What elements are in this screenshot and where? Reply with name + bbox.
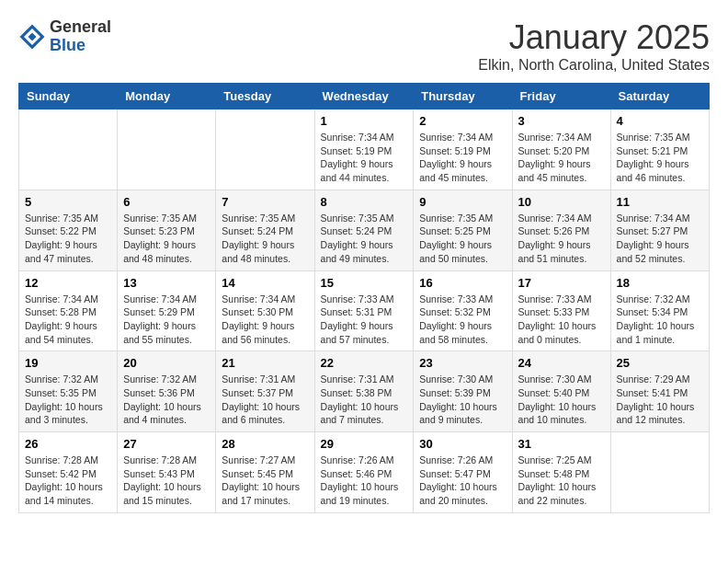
day-number: 14	[222, 276, 308, 290]
calendar-cell: 6Sunrise: 7:35 AM Sunset: 5:23 PM Daylig…	[118, 190, 216, 270]
day-header-saturday: Saturday	[610, 84, 709, 109]
calendar-body: 1Sunrise: 7:34 AM Sunset: 5:19 PM Daylig…	[19, 109, 710, 513]
day-number: 2	[419, 114, 506, 128]
day-info: Sunrise: 7:34 AM Sunset: 5:19 PM Dayligh…	[419, 131, 506, 185]
day-number: 21	[222, 356, 308, 370]
day-number: 13	[123, 276, 210, 290]
day-info: Sunrise: 7:26 AM Sunset: 5:46 PM Dayligh…	[321, 454, 408, 508]
calendar-cell	[19, 109, 118, 190]
calendar-cell: 8Sunrise: 7:35 AM Sunset: 5:24 PM Daylig…	[314, 190, 414, 270]
day-info: Sunrise: 7:28 AM Sunset: 5:42 PM Dayligh…	[25, 454, 111, 508]
day-info: Sunrise: 7:35 AM Sunset: 5:22 PM Dayligh…	[25, 212, 111, 266]
calendar-cell: 9Sunrise: 7:35 AM Sunset: 5:25 PM Daylig…	[414, 190, 512, 270]
page-header: General Blue January 2025 Elkin, North C…	[18, 18, 710, 74]
calendar-cell: 7Sunrise: 7:35 AM Sunset: 5:24 PM Daylig…	[216, 190, 314, 270]
calendar-cell: 23Sunrise: 7:30 AM Sunset: 5:39 PM Dayli…	[414, 351, 512, 432]
calendar-cell: 27Sunrise: 7:28 AM Sunset: 5:43 PM Dayli…	[118, 432, 216, 513]
day-info: Sunrise: 7:31 AM Sunset: 5:37 PM Dayligh…	[222, 373, 308, 427]
calendar-cell: 10Sunrise: 7:34 AM Sunset: 5:26 PM Dayli…	[512, 190, 610, 270]
calendar-cell: 26Sunrise: 7:28 AM Sunset: 5:42 PM Dayli…	[19, 432, 118, 513]
day-number: 4	[617, 114, 703, 128]
calendar-cell: 14Sunrise: 7:34 AM Sunset: 5:30 PM Dayli…	[216, 270, 314, 351]
calendar-cell: 20Sunrise: 7:32 AM Sunset: 5:36 PM Dayli…	[118, 351, 216, 432]
day-info: Sunrise: 7:32 AM Sunset: 5:36 PM Dayligh…	[123, 373, 210, 427]
day-info: Sunrise: 7:30 AM Sunset: 5:39 PM Dayligh…	[419, 373, 506, 427]
day-info: Sunrise: 7:34 AM Sunset: 5:19 PM Dayligh…	[321, 131, 408, 185]
day-number: 10	[518, 195, 605, 209]
calendar-cell: 29Sunrise: 7:26 AM Sunset: 5:46 PM Dayli…	[314, 432, 414, 513]
day-info: Sunrise: 7:25 AM Sunset: 5:48 PM Dayligh…	[518, 454, 605, 508]
day-info: Sunrise: 7:35 AM Sunset: 5:21 PM Dayligh…	[617, 131, 703, 185]
day-number: 26	[25, 437, 111, 451]
calendar-cell: 21Sunrise: 7:31 AM Sunset: 5:37 PM Dayli…	[216, 351, 314, 432]
logo-text: General Blue	[50, 18, 111, 55]
calendar-cell: 24Sunrise: 7:30 AM Sunset: 5:40 PM Dayli…	[512, 351, 610, 432]
calendar-cell: 17Sunrise: 7:33 AM Sunset: 5:33 PM Dayli…	[512, 270, 610, 351]
day-number: 9	[419, 195, 506, 209]
calendar-cell: 22Sunrise: 7:31 AM Sunset: 5:38 PM Dayli…	[314, 351, 414, 432]
location-title: Elkin, North Carolina, United States	[478, 57, 710, 74]
day-number: 27	[123, 437, 210, 451]
day-number: 11	[617, 195, 703, 209]
day-header-wednesday: Wednesday	[314, 84, 414, 109]
calendar-cell: 4Sunrise: 7:35 AM Sunset: 5:21 PM Daylig…	[610, 109, 709, 190]
day-number: 25	[617, 356, 703, 370]
calendar-cell: 28Sunrise: 7:27 AM Sunset: 5:45 PM Dayli…	[216, 432, 314, 513]
day-info: Sunrise: 7:30 AM Sunset: 5:40 PM Dayligh…	[518, 373, 605, 427]
day-info: Sunrise: 7:34 AM Sunset: 5:20 PM Dayligh…	[518, 131, 605, 185]
day-info: Sunrise: 7:34 AM Sunset: 5:26 PM Dayligh…	[518, 212, 605, 266]
day-info: Sunrise: 7:29 AM Sunset: 5:41 PM Dayligh…	[617, 373, 703, 427]
calendar-cell: 31Sunrise: 7:25 AM Sunset: 5:48 PM Dayli…	[512, 432, 610, 513]
day-number: 15	[321, 276, 408, 290]
day-info: Sunrise: 7:34 AM Sunset: 5:27 PM Dayligh…	[617, 212, 703, 266]
calendar-cell: 30Sunrise: 7:26 AM Sunset: 5:47 PM Dayli…	[414, 432, 512, 513]
day-header-friday: Friday	[512, 84, 610, 109]
day-info: Sunrise: 7:28 AM Sunset: 5:43 PM Dayligh…	[123, 454, 210, 508]
week-row-1: 1Sunrise: 7:34 AM Sunset: 5:19 PM Daylig…	[19, 109, 710, 190]
week-row-4: 19Sunrise: 7:32 AM Sunset: 5:35 PM Dayli…	[19, 351, 710, 432]
calendar-cell: 19Sunrise: 7:32 AM Sunset: 5:35 PM Dayli…	[19, 351, 118, 432]
month-title: January 2025	[478, 18, 710, 57]
day-info: Sunrise: 7:33 AM Sunset: 5:31 PM Dayligh…	[321, 293, 408, 347]
day-header-tuesday: Tuesday	[216, 84, 314, 109]
calendar-cell	[118, 109, 216, 190]
day-info: Sunrise: 7:32 AM Sunset: 5:34 PM Dayligh…	[617, 293, 703, 347]
calendar-cell: 12Sunrise: 7:34 AM Sunset: 5:28 PM Dayli…	[19, 270, 118, 351]
day-number: 5	[25, 195, 111, 209]
calendar-cell: 15Sunrise: 7:33 AM Sunset: 5:31 PM Dayli…	[314, 270, 414, 351]
calendar-cell: 1Sunrise: 7:34 AM Sunset: 5:19 PM Daylig…	[314, 109, 414, 190]
day-info: Sunrise: 7:35 AM Sunset: 5:24 PM Dayligh…	[321, 212, 408, 266]
day-number: 1	[321, 114, 408, 128]
day-info: Sunrise: 7:31 AM Sunset: 5:38 PM Dayligh…	[321, 373, 408, 427]
day-header-thursday: Thursday	[414, 84, 512, 109]
week-row-2: 5Sunrise: 7:35 AM Sunset: 5:22 PM Daylig…	[19, 190, 710, 270]
day-info: Sunrise: 7:33 AM Sunset: 5:33 PM Dayligh…	[518, 293, 605, 347]
day-info: Sunrise: 7:35 AM Sunset: 5:23 PM Dayligh…	[123, 212, 210, 266]
logo: General Blue	[18, 18, 111, 55]
calendar-cell: 25Sunrise: 7:29 AM Sunset: 5:41 PM Dayli…	[610, 351, 709, 432]
day-number: 3	[518, 114, 605, 128]
logo-general: General	[50, 18, 111, 37]
day-number: 23	[419, 356, 506, 370]
day-number: 17	[518, 276, 605, 290]
day-number: 24	[518, 356, 605, 370]
day-number: 8	[321, 195, 408, 209]
week-row-3: 12Sunrise: 7:34 AM Sunset: 5:28 PM Dayli…	[19, 270, 710, 351]
day-number: 20	[123, 356, 210, 370]
calendar-cell: 13Sunrise: 7:34 AM Sunset: 5:29 PM Dayli…	[118, 270, 216, 351]
day-info: Sunrise: 7:34 AM Sunset: 5:29 PM Dayligh…	[123, 293, 210, 347]
week-row-5: 26Sunrise: 7:28 AM Sunset: 5:42 PM Dayli…	[19, 432, 710, 513]
day-number: 22	[321, 356, 408, 370]
day-info: Sunrise: 7:27 AM Sunset: 5:45 PM Dayligh…	[222, 454, 308, 508]
day-info: Sunrise: 7:34 AM Sunset: 5:30 PM Dayligh…	[222, 293, 308, 347]
day-number: 7	[222, 195, 308, 209]
calendar-cell	[216, 109, 314, 190]
day-info: Sunrise: 7:32 AM Sunset: 5:35 PM Dayligh…	[25, 373, 111, 427]
day-number: 28	[222, 437, 308, 451]
title-area: January 2025 Elkin, North Carolina, Unit…	[478, 18, 710, 74]
day-number: 30	[419, 437, 506, 451]
day-info: Sunrise: 7:26 AM Sunset: 5:47 PM Dayligh…	[419, 454, 506, 508]
day-number: 18	[617, 276, 703, 290]
calendar-cell: 18Sunrise: 7:32 AM Sunset: 5:34 PM Dayli…	[610, 270, 709, 351]
day-number: 12	[25, 276, 111, 290]
